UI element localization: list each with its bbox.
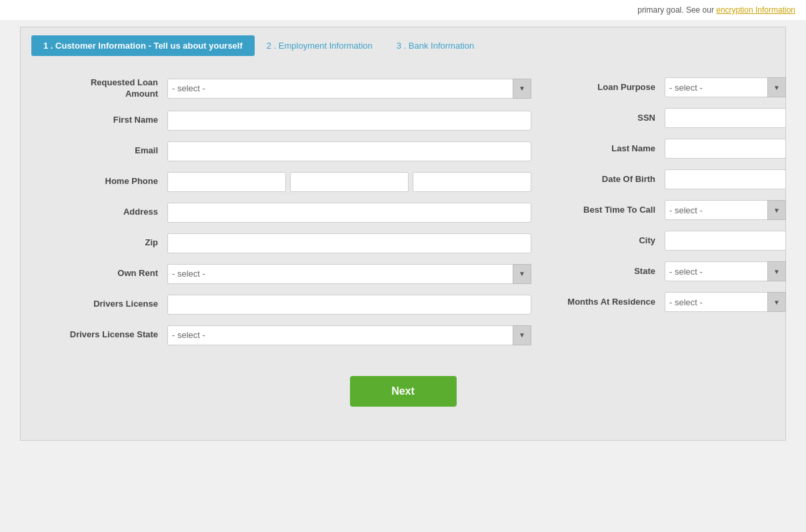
label-state: State xyxy=(558,266,665,277)
first-name-input[interactable] xyxy=(167,111,531,131)
next-button[interactable]: Next xyxy=(350,376,457,407)
button-area: Next xyxy=(61,376,745,407)
row-best-time-to-call: Best Time To Call - select - ▼ xyxy=(558,200,786,220)
select-wrapper-own-rent: - select - ▼ xyxy=(167,264,531,284)
row-city: City xyxy=(558,231,786,251)
form-area: Requested LoanAmount - select - ▼ First … xyxy=(21,64,785,420)
date-of-birth-input[interactable] xyxy=(665,169,786,189)
label-drivers-license-state: Drivers License State xyxy=(61,329,167,341)
row-requested-loan-amount: Requested LoanAmount - select - ▼ xyxy=(61,77,531,100)
label-drivers-license: Drivers License xyxy=(61,299,167,310)
home-phone-prefix[interactable] xyxy=(290,172,409,192)
label-last-name: Last Name xyxy=(558,143,665,155)
row-home-phone: Home Phone xyxy=(61,172,531,192)
main-container: 1 . Customer Information - Tell us about… xyxy=(20,27,786,441)
best-time-to-call-select[interactable]: - select - xyxy=(665,200,786,220)
tab-customer-information[interactable]: 1 . Customer Information - Tell us about… xyxy=(31,35,255,56)
tab-employment-information[interactable]: 2 . Employment Information xyxy=(255,35,385,56)
label-own-rent: Own Rent xyxy=(61,268,167,279)
city-input[interactable] xyxy=(665,231,786,251)
label-ssn: SSN xyxy=(558,113,665,124)
right-column: Loan Purpose - select - ▼ SSN Last Name xyxy=(558,77,786,356)
drivers-license-state-select[interactable]: - select - xyxy=(167,325,531,345)
row-drivers-license-state: Drivers License State - select - ▼ xyxy=(61,325,531,345)
top-bar-text: primary goal. See our xyxy=(637,5,716,15)
row-ssn: SSN xyxy=(558,108,786,128)
row-months-at-residence: Months At Residence - select - ▼ xyxy=(558,292,786,312)
select-wrapper-dl-state: - select - ▼ xyxy=(167,325,531,345)
select-wrapper-state: - select - ▼ xyxy=(665,261,786,281)
label-zip: Zip xyxy=(61,237,167,249)
row-state: State - select - ▼ xyxy=(558,261,786,281)
requested-loan-amount-select[interactable]: - select - xyxy=(167,79,531,99)
email-input[interactable] xyxy=(167,141,531,161)
tabs-bar: 1 . Customer Information - Tell us about… xyxy=(21,27,785,64)
row-first-name: First Name xyxy=(61,111,531,131)
select-wrapper-best-time: - select - ▼ xyxy=(665,200,786,220)
label-date-of-birth: Date Of Birth xyxy=(558,174,665,185)
row-zip: Zip xyxy=(61,233,531,253)
select-wrapper-months-residence: - select - ▼ xyxy=(665,292,786,312)
state-select[interactable]: - select - xyxy=(665,261,786,281)
label-requested-loan-amount: Requested LoanAmount xyxy=(61,77,167,100)
label-city: City xyxy=(558,235,665,247)
zip-input[interactable] xyxy=(167,233,531,253)
label-home-phone: Home Phone xyxy=(61,176,167,187)
row-last-name: Last Name xyxy=(558,139,786,159)
row-own-rent: Own Rent - select - ▼ xyxy=(61,264,531,284)
select-wrapper-loan-amount: - select - ▼ xyxy=(167,79,531,99)
tab-bank-information[interactable]: 3 . Bank Information xyxy=(385,35,486,56)
left-column: Requested LoanAmount - select - ▼ First … xyxy=(61,77,531,356)
label-loan-purpose: Loan Purpose xyxy=(558,82,665,93)
row-email: Email xyxy=(61,141,531,161)
address-input[interactable] xyxy=(167,203,531,223)
label-months-at-residence: Months At Residence xyxy=(558,297,665,308)
home-phone-group xyxy=(167,172,531,192)
loan-purpose-select[interactable]: - select - xyxy=(665,77,786,97)
label-first-name: First Name xyxy=(61,115,167,126)
encryption-link[interactable]: encryption Information xyxy=(716,5,795,15)
row-date-of-birth: Date Of Birth xyxy=(558,169,786,189)
months-at-residence-select[interactable]: - select - xyxy=(665,292,786,312)
row-loan-purpose: Loan Purpose - select - ▼ xyxy=(558,77,786,97)
select-wrapper-loan-purpose: - select - ▼ xyxy=(665,77,786,97)
label-address: Address xyxy=(61,207,167,218)
label-email: Email xyxy=(61,145,167,157)
home-phone-line[interactable] xyxy=(413,172,531,192)
top-bar: primary goal. See our encryption Informa… xyxy=(0,0,806,20)
home-phone-area[interactable] xyxy=(167,172,286,192)
last-name-input[interactable] xyxy=(665,139,786,159)
own-rent-select[interactable]: - select - xyxy=(167,264,531,284)
row-drivers-license: Drivers License xyxy=(61,295,531,315)
ssn-input[interactable] xyxy=(665,108,786,128)
form-columns: Requested LoanAmount - select - ▼ First … xyxy=(61,77,745,356)
label-best-time-to-call: Best Time To Call xyxy=(558,205,665,216)
drivers-license-input[interactable] xyxy=(167,295,531,315)
row-address: Address xyxy=(61,203,531,223)
